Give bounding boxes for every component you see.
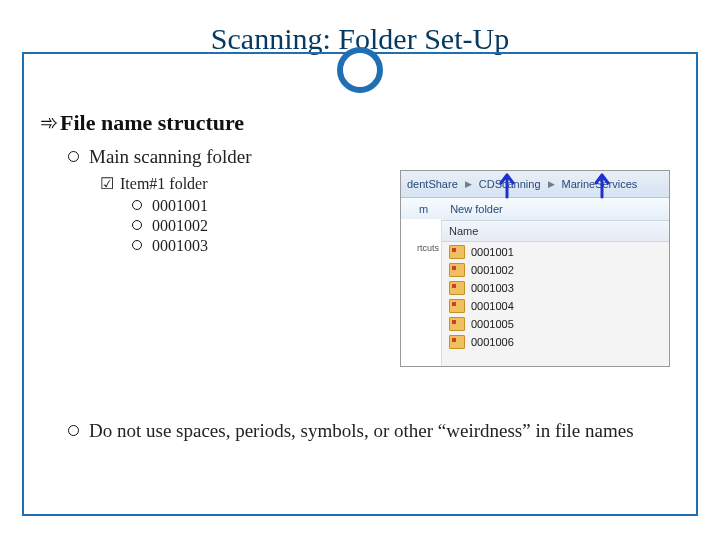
file-row[interactable]: 0001006	[449, 333, 514, 351]
bullet-level2: Main scanning folder	[68, 146, 680, 168]
circle-bullet-icon	[132, 200, 142, 210]
file-name: 0001004	[471, 300, 514, 312]
file-name: 0001002	[471, 264, 514, 276]
note-text: Do not use spaces, periods, symbols, or …	[89, 420, 634, 441]
circle-bullet-icon	[132, 220, 142, 230]
file-row[interactable]: 0001002	[449, 261, 514, 279]
file-icon	[449, 245, 465, 259]
chevron-right-icon: ▶	[465, 179, 472, 189]
circle-bullet-icon	[68, 151, 79, 162]
file-icon	[449, 299, 465, 313]
file-name: 0001005	[471, 318, 514, 330]
lvl4-text-2: 0001003	[152, 237, 208, 254]
menu-item[interactable]: m	[419, 203, 428, 215]
column-header-name[interactable]: Name	[449, 225, 478, 237]
chevron-right-icon: ▶	[548, 179, 555, 189]
slide: Scanning: Folder Set-Up ➾File name struc…	[0, 0, 720, 540]
file-row[interactable]: 0001005	[449, 315, 514, 333]
explorer-menubar: m New folder	[401, 198, 669, 221]
file-row[interactable]: 0001004	[449, 297, 514, 315]
lvl4-text-0: 0001001	[152, 197, 208, 214]
file-name: 0001001	[471, 246, 514, 258]
title-ring-icon	[337, 47, 383, 93]
breadcrumb-item[interactable]: CDScanning	[479, 178, 541, 190]
lvl4-text-1: 0001002	[152, 217, 208, 234]
nav-label: rtcuts	[417, 243, 439, 253]
lvl2-text: Main scanning folder	[89, 146, 252, 167]
file-icon	[449, 263, 465, 277]
file-icon	[449, 281, 465, 295]
file-icon	[449, 317, 465, 331]
bullet-level1: ➾File name structure	[40, 110, 680, 136]
swirl-bullet-icon: ➾	[40, 110, 58, 135]
explorer-screenshot: dentShare ▶ CDScanning ▶ MarineServices …	[400, 170, 670, 367]
file-list: 0001001 0001002 0001003 0001004 0001005 …	[449, 243, 514, 351]
lvl3-text: Item#1 folder	[120, 175, 208, 192]
new-folder-button[interactable]: New folder	[450, 203, 503, 215]
breadcrumb-bar: dentShare ▶ CDScanning ▶ MarineServices	[401, 171, 669, 198]
file-row[interactable]: 0001001	[449, 243, 514, 261]
check-bullet-icon: ☑	[100, 175, 114, 192]
circle-bullet-icon	[68, 425, 79, 436]
file-name: 0001003	[471, 282, 514, 294]
nav-pane: rtcuts	[401, 219, 442, 366]
breadcrumb-item[interactable]: MarineServices	[562, 178, 638, 190]
file-name: 0001006	[471, 336, 514, 348]
lvl1-text: File name structure	[60, 110, 244, 135]
file-row[interactable]: 0001003	[449, 279, 514, 297]
file-icon	[449, 335, 465, 349]
breadcrumb-item[interactable]: dentShare	[407, 178, 458, 190]
circle-bullet-icon	[132, 240, 142, 250]
note-bullet: Do not use spaces, periods, symbols, or …	[68, 420, 680, 442]
